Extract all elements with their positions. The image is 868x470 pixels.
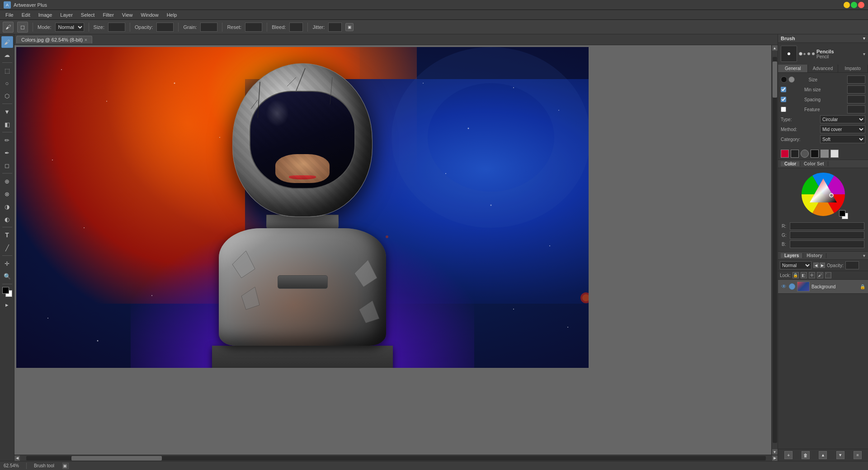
vertical-scrollbar[interactable]: ▲ ▼ — [771, 45, 778, 455]
transparency-lock-btn[interactable]: ◧ — [801, 272, 807, 278]
close-button[interactable] — [858, 2, 864, 8]
brush-menu-btn[interactable]: ▾ — [863, 52, 865, 56]
layers-tab-layers[interactable]: Layers — [781, 253, 803, 258]
paint-tool[interactable]: 🖌 — [1, 36, 13, 48]
grain-input[interactable]: 100 — [200, 23, 217, 32]
line-tool[interactable]: ╱ — [1, 242, 13, 254]
mode-select[interactable]: Normal Multiply Screen — [55, 23, 84, 32]
layers-panel-header[interactable]: Layers History ▾ — [778, 252, 868, 260]
horizontal-scrollbar[interactable]: ◀ ▶ — [14, 455, 778, 461]
black-swatch[interactable] — [839, 210, 845, 216]
color-tab-color[interactable]: Color — [781, 161, 800, 166]
color-tab-set[interactable]: Color Set — [800, 161, 828, 166]
brush-color-black[interactable] — [811, 150, 819, 158]
spacing-checkbox[interactable] — [781, 97, 786, 102]
g-input[interactable]: 0 — [790, 231, 864, 239]
move-down-layer-btn[interactable]: ▼ — [836, 451, 844, 459]
layer-lock-icon[interactable]: 🔒 — [860, 284, 865, 289]
close-tab-btn[interactable]: × — [85, 38, 87, 42]
reset-input[interactable]: 100 — [245, 23, 262, 32]
more-tools[interactable]: ▸ — [1, 299, 13, 310]
layers-tab-history[interactable]: History — [803, 253, 826, 258]
move-lock-btn[interactable]: ✛ — [809, 272, 815, 278]
selection-tool[interactable]: ⬚ — [1, 65, 13, 76]
paint-lock-btn[interactable]: 🖌 — [817, 272, 823, 278]
add-layer-btn[interactable]: + — [784, 451, 793, 459]
pencil-tool[interactable]: ✏ — [1, 134, 13, 146]
burn-tool[interactable]: ◐ — [1, 213, 13, 225]
layer-options-btn[interactable]: ≡ — [854, 451, 862, 459]
table-row[interactable]: 👁 Background 🔒 — [778, 280, 868, 294]
layer-visibility-eye[interactable]: 👁 — [781, 283, 787, 290]
spacing-value-input[interactable]: 20 — [847, 95, 865, 103]
jitter-input[interactable]: 0 — [328, 23, 342, 32]
pen-tool[interactable]: ✒ — [1, 147, 13, 159]
layers-panel-toggle[interactable]: ▾ — [863, 254, 865, 258]
size-value-input[interactable]: 2 — [847, 75, 865, 84]
maximize-button[interactable] — [851, 2, 857, 8]
menu-select[interactable]: Select — [77, 11, 99, 19]
all-lock-btn[interactable]: ⬛ — [825, 272, 831, 278]
opacity-input[interactable]: 100 — [156, 23, 174, 32]
menu-image[interactable]: Image — [35, 11, 56, 19]
dodge-tool[interactable]: ◑ — [1, 201, 13, 212]
healing-tool[interactable]: ⊗ — [1, 188, 13, 200]
fg-color-swatch[interactable] — [2, 287, 9, 294]
lasso-tool[interactable]: ○ — [1, 77, 13, 89]
menu-window[interactable]: Window — [137, 11, 162, 19]
eraser-pal-tool[interactable]: ◻ — [1, 160, 13, 171]
hscroll-track[interactable] — [26, 456, 766, 461]
menu-edit[interactable]: Edit — [18, 11, 34, 19]
feature-checkbox[interactable] — [781, 107, 786, 112]
toggle-btn[interactable]: ▣ — [345, 23, 354, 31]
bleed-input[interactable]: 0 — [289, 23, 303, 32]
hscroll-right-btn[interactable]: ▶ — [772, 456, 778, 461]
menu-file[interactable]: File — [2, 11, 17, 19]
layers-mode-select[interactable]: Normal Multiply Screen — [780, 261, 811, 269]
category-select[interactable]: Soft Hard Grainy — [820, 135, 865, 143]
brush-color-red[interactable] — [781, 150, 789, 158]
layers-opacity-input[interactable]: 100 — [845, 261, 859, 269]
method-select[interactable]: Mid cover Cover Buildup — [820, 125, 865, 133]
move-up-layer-btn[interactable]: ▲ — [819, 451, 827, 459]
zoom-tool[interactable]: 🔍 — [1, 270, 13, 282]
brush-color-dark[interactable] — [791, 150, 799, 158]
gradient-tool[interactable]: ◧ — [1, 118, 13, 130]
vscroll-down-btn[interactable]: ▼ — [772, 449, 778, 455]
brush-variant-2[interactable] — [803, 53, 806, 55]
menu-filter[interactable]: Filter — [99, 11, 117, 19]
layers-nav-left[interactable]: ◀ — [813, 263, 819, 268]
feature-value-input[interactable]: 1 — [847, 105, 865, 113]
brush-variant-1[interactable] — [799, 52, 802, 56]
brush-color-mid[interactable] — [801, 150, 809, 158]
delete-layer-btn[interactable]: 🗑 — [802, 451, 810, 459]
hscroll-left-btn[interactable]: ◀ — [14, 456, 20, 461]
magic-wand-tool[interactable]: ⬡ — [1, 90, 13, 102]
color-wheel-wrapper[interactable] — [801, 172, 846, 217]
clone-tool[interactable]: ⊕ — [1, 175, 13, 187]
fill-tool[interactable]: ▼ — [1, 106, 13, 118]
b-input[interactable]: 0 — [790, 240, 864, 248]
menu-view[interactable]: View — [118, 11, 137, 19]
brush-tool-btn[interactable]: 🖌 — [3, 22, 14, 33]
vscroll-thumb[interactable] — [773, 61, 777, 98]
type-select[interactable]: Circular Flat — [820, 115, 865, 123]
brush-color-white[interactable] — [830, 150, 839, 158]
vscroll-up-btn[interactable]: ▲ — [772, 45, 778, 51]
brush-nav-dot[interactable] — [807, 52, 810, 55]
status-action-btn[interactable]: ▣ — [62, 463, 69, 469]
size-input[interactable]: 2 — [108, 23, 125, 32]
hscroll-thumb[interactable] — [71, 456, 162, 461]
brush-tab-impasto[interactable]: Impasto — [838, 65, 868, 72]
smudge-tool[interactable]: ☁ — [1, 49, 13, 61]
brush-color-gray[interactable] — [821, 150, 829, 158]
menu-layer[interactable]: Layer — [57, 11, 76, 19]
move-tool[interactable]: ✛ — [1, 258, 13, 269]
minsize-value-input[interactable]: 50 — [847, 85, 865, 94]
vscroll-track[interactable] — [773, 57, 777, 443]
brush-tab-general[interactable]: General — [778, 65, 808, 72]
menu-help[interactable]: Help — [163, 11, 181, 19]
brush-tab-advanced[interactable]: Advanced — [808, 65, 838, 72]
brush-nav-dot2[interactable] — [812, 52, 815, 55]
canvas-wrapper[interactable] — [14, 45, 771, 455]
